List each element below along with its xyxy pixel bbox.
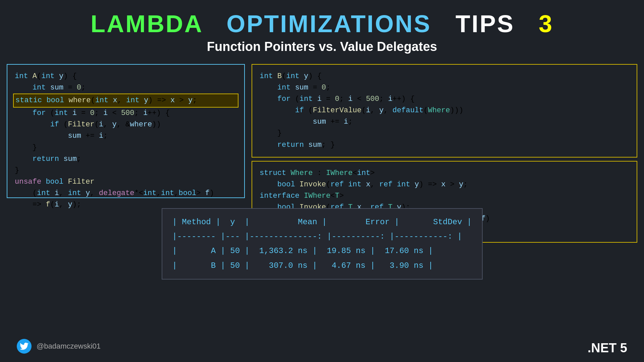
title-lambda: LAMBDA bbox=[91, 10, 202, 37]
benchmark-table: | Method | y | Mean | Error | StdDev | |… bbox=[162, 208, 483, 280]
main-title: LAMBDA OPTIMIZATIONS TIPS 3 bbox=[0, 10, 644, 38]
subtitle: Function Pointers vs. Value Delegates bbox=[0, 40, 644, 54]
code-left: int A(int y) { int sum = 0; static bool … bbox=[15, 71, 237, 210]
net-badge: .NET 5 bbox=[588, 341, 627, 355]
code-panel-right-top: int B(int y) { int sum = 0; for (int i =… bbox=[252, 64, 637, 158]
footer: @badamczewski01 bbox=[17, 339, 101, 354]
benchmark-content: | Method | y | Mean | Error | StdDev | |… bbox=[172, 215, 472, 273]
code-panel-right: int B(int y) { int sum = 0; for (int i =… bbox=[252, 64, 637, 198]
twitter-handle: @badamczewski01 bbox=[37, 342, 101, 351]
title-optimizations: OPTIMIZATIONS bbox=[226, 10, 431, 37]
code-panel-left: int A(int y) { int sum = 0; static bool … bbox=[7, 64, 245, 198]
code-right-top: int B(int y) { int sum = 0; for (int i =… bbox=[260, 71, 629, 151]
title-tips: TIPS bbox=[455, 10, 515, 37]
twitter-icon bbox=[17, 339, 32, 354]
page-header: LAMBDA OPTIMIZATIONS TIPS 3 Function Poi… bbox=[0, 0, 644, 57]
title-number: 3 bbox=[539, 10, 553, 37]
code-panels: int A(int y) { int sum = 0; static bool … bbox=[0, 57, 644, 201]
